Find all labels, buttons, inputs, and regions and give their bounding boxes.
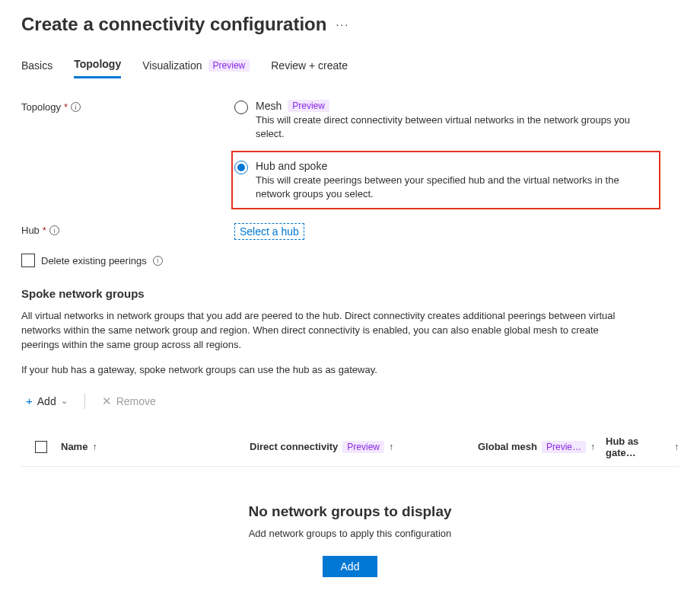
- radio-hub-label: Hub and spoke: [256, 160, 327, 172]
- column-dc-label: Direct connectivity: [250, 441, 338, 452]
- preview-badge: Preview: [342, 441, 384, 453]
- required-indicator: *: [43, 225, 46, 236]
- tab-review-create[interactable]: Review + create: [271, 58, 348, 78]
- required-indicator: *: [64, 101, 68, 113]
- empty-add-button[interactable]: Add: [323, 556, 378, 577]
- spoke-heading: Spoke network groups: [21, 287, 679, 300]
- info-icon[interactable]: i: [49, 225, 59, 235]
- radio-mesh-label: Mesh: [256, 100, 282, 112]
- more-icon[interactable]: ···: [336, 18, 349, 30]
- tab-basics[interactable]: Basics: [21, 58, 52, 78]
- delete-peerings-label: Delete existing peerings: [41, 255, 147, 267]
- column-name-label: Name: [61, 441, 88, 452]
- column-hg-label: Hub as gate…: [606, 436, 670, 458]
- command-bar: + Add ⌄ ✕ Remove: [21, 391, 679, 411]
- close-icon: ✕: [102, 394, 112, 408]
- radio-icon: [234, 101, 248, 114]
- column-hub-as-gateway[interactable]: Hub as gate… ↑: [606, 436, 679, 458]
- highlighted-selection: Hub and spoke This will create peerings …: [231, 151, 660, 209]
- remove-button-label: Remove: [116, 395, 156, 407]
- table-header: Name ↑ Direct connectivity Preview ↑ Glo…: [21, 428, 679, 467]
- hub-label: Hub: [21, 225, 40, 236]
- sort-arrow-icon: ↑: [590, 442, 595, 452]
- empty-subtitle: Add network groups to apply this configu…: [21, 528, 679, 539]
- column-gm-label: Global mesh: [478, 441, 537, 452]
- tab-visualization-label: Visualization: [142, 59, 202, 72]
- tab-bar: Basics Topology Visualization Preview Re…: [21, 58, 679, 78]
- tab-topology[interactable]: Topology: [74, 58, 121, 78]
- preview-badge: Previe…: [542, 441, 586, 453]
- empty-title: No network groups to display: [21, 503, 679, 520]
- radio-icon: [234, 161, 248, 174]
- add-button[interactable]: + Add ⌄: [21, 391, 72, 410]
- column-name[interactable]: Name ↑: [61, 441, 250, 452]
- plus-icon: +: [26, 394, 33, 407]
- topology-label: Topology: [21, 101, 61, 113]
- column-global-mesh[interactable]: Global mesh Previe… ↑: [478, 441, 606, 453]
- sort-arrow-icon: ↑: [389, 442, 393, 452]
- radio-hub-description: This will create peerings between your s…: [256, 174, 648, 200]
- add-button-label: Add: [37, 395, 56, 407]
- separator: [84, 394, 85, 409]
- empty-state: No network groups to display Add network…: [21, 467, 679, 582]
- delete-peerings-checkbox[interactable]: [21, 254, 35, 267]
- select-all-checkbox[interactable]: [35, 441, 47, 453]
- sort-arrow-icon: ↑: [92, 442, 97, 452]
- spoke-description-1: All virtual networks in network groups t…: [21, 309, 630, 353]
- preview-badge: Preview: [208, 59, 250, 72]
- info-icon[interactable]: i: [153, 256, 163, 266]
- column-direct-connectivity[interactable]: Direct connectivity Preview ↑: [250, 441, 478, 453]
- radio-mesh[interactable]: Mesh Preview This will create direct con…: [234, 100, 660, 140]
- info-icon[interactable]: i: [71, 102, 81, 112]
- select-hub-link[interactable]: Select a hub: [234, 223, 304, 240]
- page-title: Create a connectivity configuration: [21, 14, 326, 35]
- radio-hub-and-spoke[interactable]: Hub and spoke This will create peerings …: [234, 160, 648, 200]
- sort-arrow-icon: ↑: [674, 442, 679, 452]
- remove-button: ✕ Remove: [97, 391, 161, 411]
- chevron-down-icon: ⌄: [61, 396, 68, 406]
- radio-mesh-description: This will create direct connectivity bet…: [256, 113, 660, 140]
- tab-visualization[interactable]: Visualization Preview: [142, 58, 250, 78]
- preview-badge: Preview: [288, 100, 329, 112]
- spoke-description-2: If your hub has a gateway, spoke network…: [21, 363, 630, 378]
